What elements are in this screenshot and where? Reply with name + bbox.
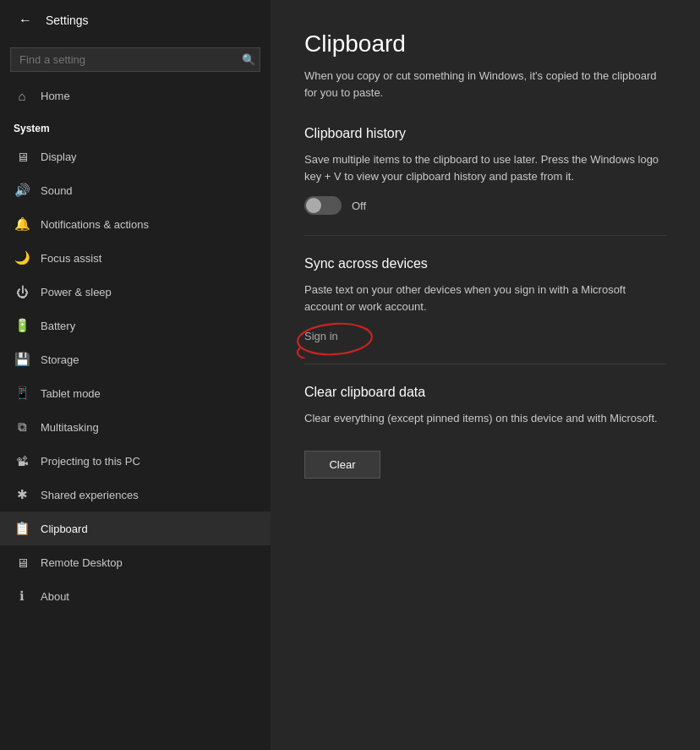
sidebar-item-label: Clipboard xyxy=(41,523,88,535)
sign-in-wrapper: Sign in xyxy=(304,326,338,343)
back-button[interactable]: ← xyxy=(14,8,37,32)
battery-icon: 🔋 xyxy=(14,317,30,334)
sidebar-section-system: System xyxy=(0,112,271,140)
clear-clipboard-desc: Clear everything (except pinned items) o… xyxy=(304,410,666,427)
sidebar-item-home[interactable]: ⌂ Home xyxy=(0,79,271,112)
notifications-icon: 🔔 xyxy=(14,216,30,233)
clipboard-history-toggle[interactable] xyxy=(304,196,342,215)
remote-desktop-icon: 🖥 xyxy=(14,554,30,571)
clipboard-history-desc: Save multiple items to the clipboard to … xyxy=(304,151,666,184)
search-input[interactable] xyxy=(10,47,260,72)
sign-in-link[interactable]: Sign in xyxy=(304,330,338,342)
sidebar-item-label: Sound xyxy=(41,184,73,197)
sidebar-item-focus-assist[interactable]: 🌙 Focus assist xyxy=(0,241,271,275)
clipboard-icon: 📋 xyxy=(14,520,30,537)
sidebar-item-label: Tablet mode xyxy=(41,387,101,400)
sidebar-item-shared-experiences[interactable]: ✱ Shared experiences xyxy=(0,478,271,512)
clipboard-history-toggle-row: Off xyxy=(304,196,666,215)
page-subtitle: When you copy or cut something in Window… xyxy=(304,68,666,101)
sidebar-item-storage[interactable]: 💾 Storage xyxy=(0,342,271,376)
sidebar-item-multitasking[interactable]: ⧉ Multitasking xyxy=(0,410,271,444)
sidebar-item-label: Focus assist xyxy=(41,252,101,265)
about-icon: ℹ xyxy=(14,588,30,605)
sidebar-item-label: Multitasking xyxy=(41,421,99,434)
sidebar-item-remote-desktop[interactable]: 🖥 Remote Desktop xyxy=(0,545,271,579)
sidebar-header: ← Settings xyxy=(0,0,271,41)
sidebar-item-about[interactable]: ℹ About xyxy=(0,579,271,613)
display-icon: 🖥 xyxy=(14,148,30,165)
sidebar-item-label: Battery xyxy=(41,320,75,332)
home-label: Home xyxy=(41,90,70,102)
tablet-icon: 📱 xyxy=(14,385,30,402)
sidebar-item-clipboard[interactable]: 📋 Clipboard xyxy=(0,512,271,545)
clear-button[interactable]: Clear xyxy=(304,451,380,479)
power-icon: ⏻ xyxy=(14,283,30,300)
focus-assist-icon: 🌙 xyxy=(14,249,30,266)
sidebar-item-power-sleep[interactable]: ⏻ Power & sleep xyxy=(0,275,271,309)
sidebar-item-label: About xyxy=(41,590,69,603)
sidebar-item-label: Projecting to this PC xyxy=(41,455,140,468)
section-divider-2 xyxy=(304,364,666,364)
home-icon: ⌂ xyxy=(14,87,30,104)
projecting-icon: 📽 xyxy=(14,452,30,469)
page-title: Clipboard xyxy=(304,30,666,57)
toggle-thumb xyxy=(306,198,321,213)
main-content: Clipboard When you copy or cut something… xyxy=(271,0,700,750)
shared-icon: ✱ xyxy=(14,486,30,503)
sidebar-item-sound[interactable]: 🔊 Sound xyxy=(0,173,271,207)
sidebar-item-label: Notifications & actions xyxy=(41,218,149,231)
sidebar-item-label: Power & sleep xyxy=(41,286,112,298)
sidebar-item-notifications[interactable]: 🔔 Notifications & actions xyxy=(0,207,271,241)
sidebar-item-projecting[interactable]: 📽 Projecting to this PC xyxy=(0,444,271,478)
sound-icon: 🔊 xyxy=(14,182,30,199)
sidebar-item-label: Storage xyxy=(41,353,79,366)
sidebar-item-display[interactable]: 🖥 Display xyxy=(0,140,271,173)
sidebar-item-label: Remote Desktop xyxy=(41,556,123,569)
sidebar-item-battery[interactable]: 🔋 Battery xyxy=(0,309,271,342)
section-divider-1 xyxy=(304,235,666,236)
sidebar-item-label: Shared experiences xyxy=(41,489,139,501)
storage-icon: 💾 xyxy=(14,351,30,368)
sidebar-item-tablet-mode[interactable]: 📱 Tablet mode xyxy=(0,376,271,410)
sync-devices-desc: Paste text on your other devices when yo… xyxy=(304,282,666,315)
clipboard-history-toggle-label: Off xyxy=(352,200,366,212)
multitasking-icon: ⧉ xyxy=(14,419,30,435)
sync-devices-title: Sync across devices xyxy=(304,256,666,271)
clear-clipboard-title: Clear clipboard data xyxy=(304,385,666,400)
sidebar-item-label: Display xyxy=(41,151,77,163)
search-bar-container: 🔍 xyxy=(10,47,260,72)
clipboard-history-title: Clipboard history xyxy=(304,126,666,141)
search-icon-button[interactable]: 🔍 xyxy=(242,53,255,66)
sidebar: ← Settings 🔍 ⌂ Home System 🖥 Display 🔊 S… xyxy=(0,0,271,750)
app-title: Settings xyxy=(46,14,89,27)
